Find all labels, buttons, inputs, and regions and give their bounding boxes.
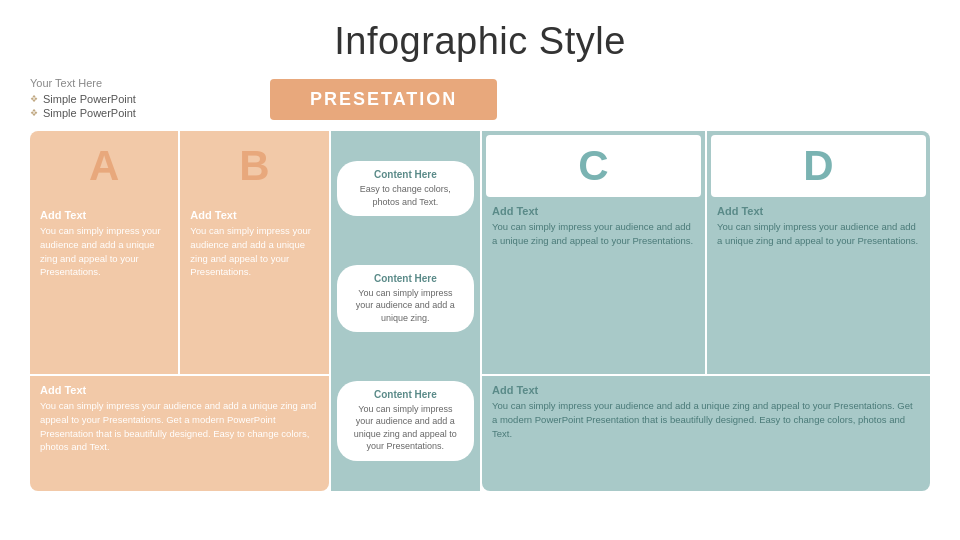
col-d-body: Add Text You can simply impress your aud…: [707, 197, 930, 374]
col-d-add-text: Add Text: [717, 205, 920, 217]
page-title: Infographic Style: [30, 20, 930, 63]
bullet-1: Simple PowerPoint: [30, 93, 250, 105]
col-c-body-text: You can simply impress your audience and…: [492, 220, 695, 248]
col-b-header: B: [180, 131, 328, 201]
page: Infographic Style Your Text Here Simple …: [0, 0, 960, 540]
content-column: Content Here Easy to change colors, phot…: [331, 131, 480, 491]
content-box-3: Content Here You can simply impress your…: [337, 381, 474, 461]
col-a-add-text: Add Text: [40, 209, 168, 221]
left-top-row: A Add Text You can simply impress your a…: [30, 131, 329, 374]
column-d: D Add Text You can simply impress your a…: [707, 131, 930, 374]
bottom-right-body: You can simply impress your audience and…: [492, 399, 920, 440]
col-c-body: Add Text You can simply impress your aud…: [482, 197, 705, 374]
right-top-row: C Add Text You can simply impress your a…: [482, 131, 930, 374]
col-d-header: D: [803, 142, 833, 190]
your-text-block: Your Text Here Simple PowerPoint Simple …: [30, 77, 250, 121]
presetation-badge: PRESETATION: [270, 79, 497, 120]
col-a-body-text: You can simply impress your audience and…: [40, 224, 168, 279]
col-c-add-text: Add Text: [492, 205, 695, 217]
bottom-left-add-text: Add Text: [40, 384, 319, 396]
section-left: A Add Text You can simply impress your a…: [30, 131, 329, 491]
content-box-1: Content Here Easy to change colors, phot…: [337, 161, 474, 216]
your-text-label: Your Text Here: [30, 77, 250, 89]
content-box-2-title: Content Here: [349, 273, 462, 284]
column-b: B Add Text You can simply impress your a…: [180, 131, 328, 374]
col-c-header: C: [578, 142, 608, 190]
col-a-header: A: [30, 131, 178, 201]
content-box-1-sub: Easy to change colors, photos and Text.: [349, 183, 462, 208]
content-box-1-title: Content Here: [349, 169, 462, 180]
content-box-3-body: You can simply impress your audience and…: [349, 403, 462, 453]
bottom-right-panel: Add Text You can simply impress your aud…: [482, 376, 930, 491]
top-section: Your Text Here Simple PowerPoint Simple …: [30, 77, 930, 121]
bottom-left-panel: Add Text You can simply impress your aud…: [30, 376, 329, 491]
col-b-body: Add Text You can simply impress your aud…: [180, 201, 328, 374]
column-a: A Add Text You can simply impress your a…: [30, 131, 178, 374]
section-right: C Add Text You can simply impress your a…: [482, 131, 930, 491]
column-c: C Add Text You can simply impress your a…: [482, 131, 705, 374]
content-box-2: Content Here You can simply impress your…: [337, 265, 474, 333]
content-box-3-title: Content Here: [349, 389, 462, 400]
main-grid: A Add Text You can simply impress your a…: [30, 131, 930, 491]
bottom-right-add-text: Add Text: [492, 384, 920, 396]
col-a-body: Add Text You can simply impress your aud…: [30, 201, 178, 374]
col-b-body-text: You can simply impress your audience and…: [190, 224, 318, 279]
col-b-add-text: Add Text: [190, 209, 318, 221]
col-d-body-text: You can simply impress your audience and…: [717, 220, 920, 248]
content-box-2-body: You can simply impress your audience and…: [349, 287, 462, 325]
bullet-2: Simple PowerPoint: [30, 107, 250, 119]
bottom-left-body: You can simply impress your audience and…: [40, 399, 319, 454]
